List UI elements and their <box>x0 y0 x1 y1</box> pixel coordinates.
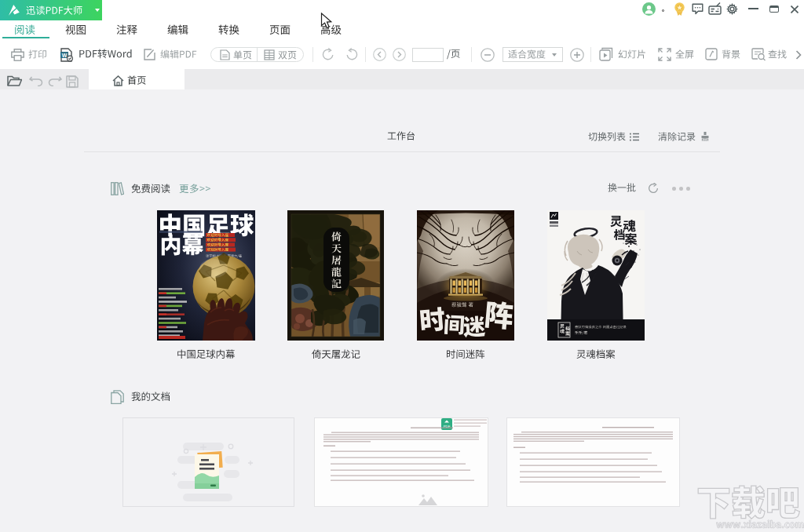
svg-text:W: W <box>62 53 68 58</box>
